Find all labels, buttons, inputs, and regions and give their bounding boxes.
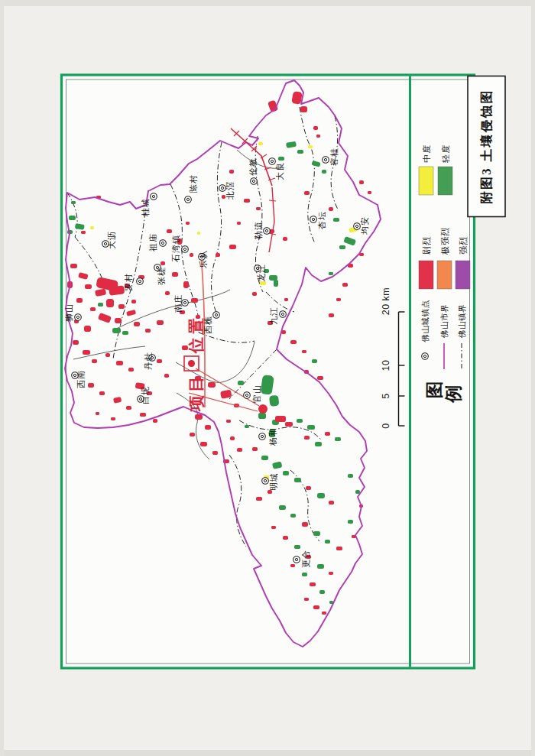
paper-edge-bottom — [0, 750, 535, 756]
town-label: 明城 — [269, 472, 278, 491]
erosion-patch — [294, 478, 301, 482]
erosion-patch — [212, 451, 218, 455]
erosion-patch — [306, 486, 311, 490]
erosion-patch — [70, 264, 77, 268]
erosion-patch — [297, 150, 303, 154]
erosion-patch — [269, 395, 279, 407]
erosion-patch — [99, 391, 105, 395]
erosion-patch — [325, 432, 330, 436]
erosion-patch — [342, 283, 348, 287]
callout-lower-text: 项目 — [187, 373, 206, 412]
page-title: 附图3 土壤侵蚀图 — [479, 89, 494, 203]
erosion-patch — [229, 170, 234, 174]
erosion-patch — [183, 281, 189, 288]
town-point-inner-icon — [324, 158, 326, 161]
erosion-patch — [157, 320, 164, 325]
title-box: 附图3 土壤侵蚀图 — [468, 76, 505, 217]
erosion-patch — [300, 106, 307, 112]
erosion-patch — [71, 201, 76, 204]
erosion-patch — [131, 300, 136, 303]
town-label: 罗村 — [124, 273, 133, 291]
erosion-patch — [111, 417, 115, 420]
erosion-patch — [284, 298, 288, 301]
erosion-patch — [302, 573, 307, 576]
severity-label: 强烈 — [459, 236, 468, 255]
erosion-patch — [317, 493, 325, 498]
erosion-patch — [69, 216, 76, 220]
erosion-patch — [237, 448, 242, 452]
erosion-patch — [112, 328, 121, 333]
erosion-patch — [335, 437, 341, 441]
erosion-patch — [85, 284, 92, 289]
erosion-patch — [83, 350, 90, 355]
erosion-patch — [258, 142, 263, 145]
erosion-patch — [329, 313, 334, 317]
erosion-patch — [238, 381, 244, 385]
town-label: 容桂 — [329, 148, 339, 166]
erosion-patch — [359, 180, 364, 184]
erosion-patch — [115, 318, 122, 323]
erosion-patch — [195, 414, 203, 420]
erosion-patch — [348, 474, 353, 478]
town-point-inner-icon — [264, 479, 266, 482]
town-label: 白坭 — [141, 386, 150, 404]
scale-label: 0 — [381, 423, 391, 428]
severity-label: 轻度 — [441, 144, 450, 163]
town-point-inner-icon — [261, 435, 263, 437]
legend-item-label: 佛山镇界 — [457, 304, 466, 339]
erosion-patch — [269, 275, 277, 281]
town-label: 北滘 — [225, 181, 235, 200]
erosion-patch — [191, 298, 198, 303]
town-marker: 乐从 — [199, 250, 208, 268]
erosion-patch — [105, 353, 110, 357]
town-point-inner-icon — [152, 195, 154, 197]
town-label: 狮山 — [64, 303, 73, 322]
erosion-patch — [96, 412, 99, 415]
town-point-inner-icon — [183, 301, 186, 303]
town-label: 祖庙 — [148, 233, 157, 251]
severity-swatch — [438, 167, 452, 195]
scale-label: 10 — [381, 360, 391, 372]
town-point-inner-icon — [281, 313, 284, 315]
erosion-patch — [302, 350, 306, 353]
town-point-inner-icon — [186, 198, 189, 200]
erosion-patch — [252, 447, 258, 451]
erosion-patch — [319, 590, 325, 594]
erosion-patch — [322, 612, 326, 615]
erosion-patch — [81, 231, 86, 234]
erosion-patch — [186, 222, 190, 225]
erosion-patch — [348, 520, 353, 524]
erosion-patch — [128, 368, 134, 372]
town-label: 乐从 — [199, 250, 208, 268]
erosion-patch — [304, 436, 310, 440]
scanned-page: 位置 项目 桂城陈村北滘伦教大良容桂杏坛勒流龙江九江均安乐从大沥祖庙石湾镇张槎罗… — [0, 0, 535, 756]
erosion-patch — [329, 207, 333, 211]
erosion-patch — [197, 232, 200, 235]
town-point-inner-icon — [423, 355, 426, 357]
severity-label: 极强烈 — [440, 227, 449, 255]
erosion-patch — [290, 340, 297, 344]
erosion-patch — [336, 547, 342, 550]
erosion-patch — [368, 191, 371, 194]
town-label: 石湾镇 — [171, 235, 180, 262]
erosion-patch — [312, 359, 317, 363]
town-point-inner-icon — [265, 229, 268, 232]
town-point-inner-icon — [295, 558, 297, 560]
erosion-patch — [92, 359, 97, 363]
erosion-patch — [205, 425, 211, 430]
town-label: 更合 — [301, 550, 310, 568]
erosion-patch — [333, 218, 339, 222]
erosion-patch — [279, 505, 286, 510]
erosion-patch — [290, 514, 296, 518]
erosion-patch — [229, 245, 236, 249]
erosion-patch — [252, 292, 257, 296]
erosion-patch — [304, 191, 310, 195]
town-point-inner-icon — [76, 316, 79, 318]
town-label: 勒流 — [254, 221, 263, 240]
erosion-patch — [145, 329, 151, 333]
erosion-patch — [329, 501, 334, 505]
severity-swatch — [437, 261, 452, 289]
paper-edge-right — [531, 0, 535, 756]
erosion-patch — [73, 340, 79, 345]
erosion-patch — [313, 126, 318, 130]
